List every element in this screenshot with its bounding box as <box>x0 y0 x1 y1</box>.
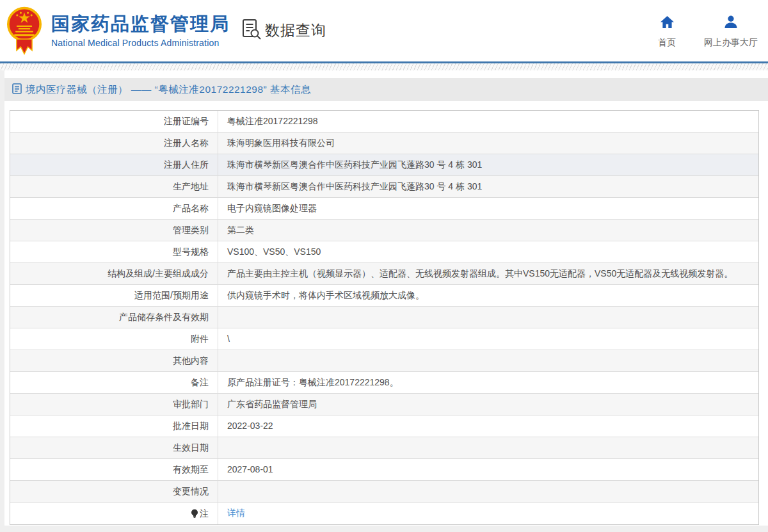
brand-block: 国家药品监督管理局 National Medical Products Admi… <box>51 14 230 48</box>
china-national-emblem-icon <box>6 5 42 58</box>
table-row: 审批部门广东省药品监督管理局 <box>10 394 758 415</box>
row-value <box>218 437 758 458</box>
row-label: 审批部门 <box>10 394 218 415</box>
row-value: 珠海市横琴新区粤澳合作中医药科技产业园飞蓬路30 号 4 栋 301 <box>218 154 758 175</box>
row-label: 结构及组成/主要组成成分 <box>10 263 218 284</box>
table-row: 注详情 <box>10 503 758 524</box>
table-row: 附件\ <box>10 328 758 350</box>
row-label: 注册人住所 <box>10 154 218 175</box>
row-value: 详情 <box>218 503 758 524</box>
row-value: 第二类 <box>218 220 758 241</box>
table-row: 生效日期 <box>10 437 758 459</box>
row-label: 注册证编号 <box>10 111 218 132</box>
table-row: 有效期至2027-08-01 <box>10 459 758 481</box>
top-nav: 首页 网上办事大厅 <box>630 15 758 49</box>
row-label: 其他内容 <box>10 350 218 371</box>
row-value: 粤械注准20172221298 <box>218 111 758 132</box>
row-value <box>218 350 758 371</box>
row-value: 广东省药品监督管理局 <box>218 394 758 415</box>
table-row: 生产地址珠海市横琴新区粤澳合作中医药科技产业园飞蓬路30 号 4 栋 301 <box>10 176 758 198</box>
row-value: 原产品注册证号：粤械注准20172221298。 <box>218 372 758 393</box>
row-value <box>218 307 758 328</box>
row-label: 生效日期 <box>10 437 218 458</box>
nav-service-hall[interactable]: 网上办事大厅 <box>704 15 758 49</box>
nav-service-hall-label: 网上办事大厅 <box>704 37 758 49</box>
row-label: 产品储存条件及有效期 <box>10 307 218 328</box>
hatch-stripe-band <box>0 63 768 70</box>
page-title: 境内医疗器械（注册） —— “粤械注准20172221298” 基本信息 <box>26 83 311 97</box>
table-row: 管理类别第二类 <box>10 220 758 241</box>
info-table: 注册证编号粤械注准20172221298注册人名称珠海明象医用科技有限公司注册人… <box>10 110 759 525</box>
row-value: 电子内窥镜图像处理器 <box>218 198 758 219</box>
table-row: 注册人住所珠海市横琴新区粤澳合作中医药科技产业园飞蓬路30 号 4 栋 301 <box>10 154 758 176</box>
table-row: 适用范围/预期用途供内窥镜手术时，将体内手术区域视频放大成像。 <box>10 285 758 307</box>
row-value: 2027-08-01 <box>218 459 758 480</box>
document-icon <box>12 83 22 97</box>
row-value: VS100、VS50、VS150 <box>218 241 758 262</box>
table-row: 批准日期2022-03-22 <box>10 415 758 437</box>
row-label: 附件 <box>10 328 218 350</box>
row-label: 有效期至 <box>10 459 218 480</box>
brand-subtitle: National Medical Products Administration <box>51 38 230 48</box>
row-label: 产品名称 <box>10 198 218 219</box>
detail-link[interactable]: 详情 <box>227 508 245 518</box>
site-header: 国家药品监督管理局 National Medical Products Admi… <box>0 0 768 61</box>
row-value: 珠海市横琴新区粤澳合作中医药科技产业园飞蓬路30 号 4 栋 301 <box>218 176 758 197</box>
table-row: 产品储存条件及有效期 <box>10 307 758 328</box>
user-icon <box>724 15 738 31</box>
main-content: 境内医疗器械（注册） —— “粤械注准20172221298” 基本信息 注册证… <box>4 70 768 526</box>
table-row: 其他内容 <box>10 350 758 372</box>
row-label: 管理类别 <box>10 220 218 241</box>
nav-home[interactable]: 首页 <box>658 15 676 49</box>
row-label: 注 <box>10 503 218 524</box>
home-icon <box>660 15 675 31</box>
row-label: 批准日期 <box>10 415 218 437</box>
table-row: 变更情况 <box>10 481 758 503</box>
data-query-section: 数据查询 <box>242 19 326 42</box>
row-label: 变更情况 <box>10 481 218 502</box>
table-row: 结构及组成/主要组成成分产品主要由主控主机（视频显示器）、适配器、无线视频发射器… <box>10 263 758 285</box>
row-value: \ <box>218 328 758 350</box>
row-value: 供内窥镜手术时，将体内手术区域视频放大成像。 <box>218 285 758 306</box>
row-value <box>218 481 758 502</box>
bulb-icon <box>191 509 198 519</box>
row-value: 2022-03-22 <box>218 415 758 437</box>
table-row: 型号规格VS100、VS50、VS150 <box>10 241 758 263</box>
row-label: 型号规格 <box>10 241 218 262</box>
nav-home-label: 首页 <box>658 37 676 49</box>
table-row: 注册证编号粤械注准20172221298 <box>10 111 758 133</box>
brand-title: 国家药品监督管理局 <box>51 14 230 35</box>
row-value: 珠海明象医用科技有限公司 <box>218 133 758 154</box>
data-query-label: 数据查询 <box>265 20 326 40</box>
table-row: 备注原产品注册证号：粤械注准20172221298。 <box>10 372 758 394</box>
row-value: 产品主要由主控主机（视频显示器）、适配器、无线视频发射器组成。其中VS150无适… <box>218 263 758 284</box>
breadcrumb: 境内医疗器械（注册） —— “粤械注准20172221298” 基本信息 <box>4 78 768 101</box>
row-label: 备注 <box>10 372 218 393</box>
table-row: 注册人名称珠海明象医用科技有限公司 <box>10 133 758 154</box>
table-row: 产品名称电子内窥镜图像处理器 <box>10 198 758 220</box>
row-label: 生产地址 <box>10 176 218 197</box>
document-search-icon <box>242 19 261 42</box>
row-label: 注册人名称 <box>10 133 218 154</box>
row-label: 适用范围/预期用途 <box>10 285 218 306</box>
